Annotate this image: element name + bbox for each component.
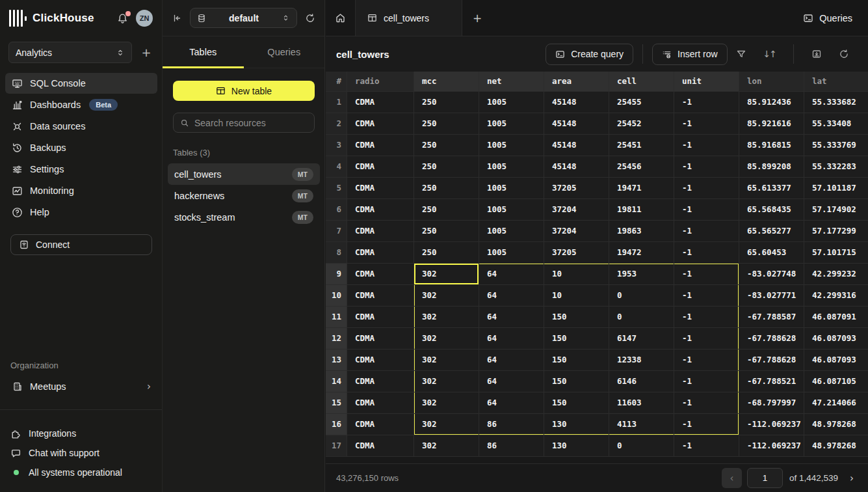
sidebar-item-dashboards[interactable]: DashboardsBeta xyxy=(5,94,157,115)
download-icon[interactable] xyxy=(803,49,830,59)
grid-header-cell[interactable]: cell xyxy=(609,72,674,92)
cell-cell[interactable]: 12338 xyxy=(609,349,674,371)
cell-net[interactable]: 1005 xyxy=(479,178,544,199)
cell-cell[interactable]: 19863 xyxy=(609,221,674,242)
cell-unit[interactable]: -1 xyxy=(674,221,739,242)
cell-radio[interactable]: CDMA xyxy=(347,156,414,178)
cell-lon[interactable]: -83.027771 xyxy=(739,285,804,307)
cell-area[interactable]: 45148 xyxy=(544,156,609,178)
cell-cell[interactable]: 0 xyxy=(609,285,674,307)
insert-row-button[interactable]: Insert row xyxy=(652,44,727,65)
cell-lat[interactable]: 55.333769 xyxy=(804,135,868,156)
cell-unit[interactable]: -1 xyxy=(674,371,739,392)
cell-lon[interactable]: 65.568435 xyxy=(739,199,804,221)
row-number[interactable]: 17 xyxy=(326,435,347,457)
cell-radio[interactable]: CDMA xyxy=(347,414,414,435)
cell-area[interactable]: 130 xyxy=(544,435,609,457)
cell-area[interactable]: 37204 xyxy=(544,221,609,242)
cell-net[interactable]: 64 xyxy=(479,392,544,414)
cell-lon[interactable]: 85.921616 xyxy=(739,113,804,135)
sidebar-footer-item-all-systems-operational[interactable]: All systems operational xyxy=(10,463,152,482)
cell-cell[interactable]: 25451 xyxy=(609,135,674,156)
search-resources-input[interactable] xyxy=(194,118,312,128)
cell-lon[interactable]: -67.788587 xyxy=(739,307,804,328)
cell-lon[interactable]: 65.565277 xyxy=(739,221,804,242)
cell-radio[interactable]: CDMA xyxy=(347,264,414,285)
cell-area[interactable]: 37205 xyxy=(544,242,609,264)
cell-lon[interactable]: 85.912436 xyxy=(739,92,804,113)
cell-unit[interactable]: -1 xyxy=(674,414,739,435)
explorer-tab-tables[interactable]: Tables xyxy=(163,36,244,68)
collapse-panel-icon[interactable] xyxy=(172,13,182,23)
cell-cell[interactable]: 0 xyxy=(609,307,674,328)
cell-mcc[interactable]: 250 xyxy=(414,92,479,113)
next-page-button[interactable]: › xyxy=(846,472,858,484)
row-number[interactable]: 15 xyxy=(326,392,347,414)
cell-radio[interactable]: CDMA xyxy=(347,392,414,414)
cell-net[interactable]: 1005 xyxy=(479,113,544,135)
cell-cell[interactable]: 19472 xyxy=(609,242,674,264)
cell-mcc[interactable]: 302 xyxy=(414,349,479,371)
cell-mcc[interactable]: 302 xyxy=(414,307,479,328)
cell-lon[interactable]: -67.788628 xyxy=(739,328,804,349)
cell-lat[interactable]: 57.101187 xyxy=(804,178,868,199)
cell-unit[interactable]: -1 xyxy=(674,285,739,307)
tab-cell-towers[interactable]: cell_towers xyxy=(356,0,462,36)
cell-cell[interactable]: 6147 xyxy=(609,328,674,349)
grid-header-lon[interactable]: lon xyxy=(739,72,804,92)
create-query-button[interactable]: Create query xyxy=(546,44,633,65)
cell-unit[interactable]: -1 xyxy=(674,349,739,371)
cell-radio[interactable]: CDMA xyxy=(347,199,414,221)
cell-unit[interactable]: -1 xyxy=(674,178,739,199)
avatar[interactable]: ZN xyxy=(136,10,153,27)
cell-lon[interactable]: -67.788628 xyxy=(739,349,804,371)
cell-lat[interactable]: 46.087105 xyxy=(804,371,868,392)
previous-page-button[interactable]: ‹ xyxy=(722,468,742,488)
cell-net[interactable]: 86 xyxy=(479,414,544,435)
sidebar-footer-item-integrations[interactable]: Integrations xyxy=(10,424,152,443)
cell-area[interactable]: 130 xyxy=(544,414,609,435)
cell-unit[interactable]: -1 xyxy=(674,92,739,113)
cell-area[interactable]: 10 xyxy=(544,264,609,285)
cell-radio[interactable]: CDMA xyxy=(347,221,414,242)
row-number[interactable]: 6 xyxy=(326,199,347,221)
cell-mcc[interactable]: 302 xyxy=(414,435,479,457)
explorer-tab-queries[interactable]: Queries xyxy=(244,36,325,68)
queries-button[interactable]: Queries xyxy=(787,0,868,36)
cell-lon[interactable]: -83.027748 xyxy=(739,264,804,285)
table-list-item-stocks_stream[interactable]: stocks_streamMT xyxy=(168,206,320,228)
sidebar-item-monitoring[interactable]: Monitoring xyxy=(5,180,157,201)
cell-cell[interactable]: 6146 xyxy=(609,371,674,392)
cell-lat[interactable]: 46.087093 xyxy=(804,328,868,349)
cell-net[interactable]: 86 xyxy=(479,435,544,457)
cell-mcc[interactable]: 250 xyxy=(414,242,479,264)
refresh-icon[interactable] xyxy=(830,49,858,59)
row-number[interactable]: 9 xyxy=(326,264,347,285)
cell-radio[interactable]: CDMA xyxy=(347,242,414,264)
cell-net[interactable]: 64 xyxy=(479,349,544,371)
row-number[interactable]: 16 xyxy=(326,414,347,435)
sidebar-item-data-sources[interactable]: Data sources xyxy=(5,116,157,137)
sidebar-item-backups[interactable]: Backups xyxy=(5,137,157,158)
cell-unit[interactable]: -1 xyxy=(674,328,739,349)
grid-header-area[interactable]: area xyxy=(544,72,609,92)
cell-unit[interactable]: -1 xyxy=(674,307,739,328)
workspace-select[interactable]: Analytics xyxy=(8,42,132,63)
cell-cell[interactable]: 0 xyxy=(609,435,674,457)
cell-lat[interactable]: 55.332283 xyxy=(804,156,868,178)
cell-lat[interactable]: 46.087093 xyxy=(804,349,868,371)
sidebar-item-meetups[interactable]: Meetups › xyxy=(5,376,157,397)
row-number[interactable]: 5 xyxy=(326,178,347,199)
row-number[interactable]: 12 xyxy=(326,328,347,349)
cell-mcc[interactable]: 302 xyxy=(414,371,479,392)
cell-unit[interactable]: -1 xyxy=(674,392,739,414)
row-number[interactable]: 13 xyxy=(326,349,347,371)
row-number[interactable]: 4 xyxy=(326,156,347,178)
row-number[interactable]: 7 xyxy=(326,221,347,242)
cell-cell[interactable]: 19471 xyxy=(609,178,674,199)
filter-icon[interactable] xyxy=(728,49,755,59)
cell-lon[interactable]: 65.60453 xyxy=(739,242,804,264)
row-number[interactable]: 3 xyxy=(326,135,347,156)
cell-radio[interactable]: CDMA xyxy=(347,285,414,307)
cell-area[interactable]: 150 xyxy=(544,307,609,328)
